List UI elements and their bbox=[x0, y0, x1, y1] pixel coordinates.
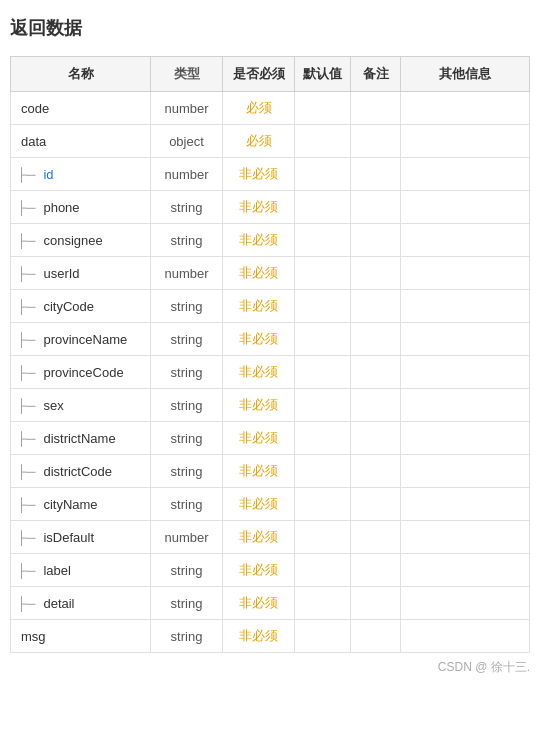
cell-required: 非必须 bbox=[223, 422, 295, 455]
required-badge: 非必须 bbox=[239, 331, 278, 346]
cell-name: ├─ isDefault bbox=[11, 521, 151, 554]
table-row: ├─ isDefaultnumber非必须 bbox=[11, 521, 530, 554]
tree-branch-icon: ├─ bbox=[17, 563, 35, 578]
cell-other bbox=[401, 620, 530, 653]
tree-branch-icon: ├─ bbox=[17, 233, 35, 248]
field-name: userId bbox=[39, 266, 79, 281]
cell-name: ├─ provinceCode bbox=[11, 356, 151, 389]
cell-name: ├─ id bbox=[11, 158, 151, 191]
cell-note bbox=[351, 92, 401, 125]
cell-default bbox=[295, 389, 351, 422]
return-data-table: 名称 类型 是否必须 默认值 备注 其他信息 codenumber必须datao… bbox=[10, 56, 530, 653]
table-row: ├─ districtNamestring非必须 bbox=[11, 422, 530, 455]
cell-required: 非必须 bbox=[223, 323, 295, 356]
tree-branch-icon: ├─ bbox=[17, 299, 35, 314]
cell-required: 必须 bbox=[223, 92, 295, 125]
cell-note bbox=[351, 125, 401, 158]
cell-type: string bbox=[151, 323, 223, 356]
required-badge: 非必须 bbox=[239, 298, 278, 313]
cell-required: 必须 bbox=[223, 125, 295, 158]
table-row: codenumber必须 bbox=[11, 92, 530, 125]
cell-required: 非必须 bbox=[223, 158, 295, 191]
cell-other bbox=[401, 92, 530, 125]
cell-default bbox=[295, 125, 351, 158]
cell-type: number bbox=[151, 92, 223, 125]
cell-name: ├─ provinceName bbox=[11, 323, 151, 356]
cell-type: string bbox=[151, 290, 223, 323]
required-badge: 非必须 bbox=[239, 265, 278, 280]
cell-other bbox=[401, 554, 530, 587]
cell-type: string bbox=[151, 587, 223, 620]
cell-default bbox=[295, 158, 351, 191]
tree-branch-icon: ├─ bbox=[17, 200, 35, 215]
tree-branch-icon: ├─ bbox=[17, 365, 35, 380]
cell-type: string bbox=[151, 224, 223, 257]
cell-required: 非必须 bbox=[223, 191, 295, 224]
table-row: ├─ cityCodestring非必须 bbox=[11, 290, 530, 323]
field-name: cityName bbox=[39, 497, 97, 512]
field-name: consignee bbox=[39, 233, 102, 248]
tree-branch-icon: ├─ bbox=[17, 332, 35, 347]
cell-required: 非必须 bbox=[223, 356, 295, 389]
cell-other bbox=[401, 191, 530, 224]
table-row: ├─ userIdnumber非必须 bbox=[11, 257, 530, 290]
cell-other bbox=[401, 323, 530, 356]
cell-default bbox=[295, 554, 351, 587]
cell-type: string bbox=[151, 356, 223, 389]
required-badge: 非必须 bbox=[239, 397, 278, 412]
cell-required: 非必须 bbox=[223, 521, 295, 554]
cell-note bbox=[351, 620, 401, 653]
cell-other bbox=[401, 290, 530, 323]
cell-type: string bbox=[151, 488, 223, 521]
cell-note bbox=[351, 257, 401, 290]
cell-note bbox=[351, 389, 401, 422]
table-body: codenumber必须dataobject必须├─ idnumber非必须├─… bbox=[11, 92, 530, 653]
cell-other bbox=[401, 488, 530, 521]
cell-type: string bbox=[151, 620, 223, 653]
cell-default bbox=[295, 521, 351, 554]
cell-note bbox=[351, 488, 401, 521]
cell-default bbox=[295, 587, 351, 620]
cell-default bbox=[295, 356, 351, 389]
cell-name: ├─ districtName bbox=[11, 422, 151, 455]
cell-name: msg bbox=[11, 620, 151, 653]
cell-name: ├─ cityName bbox=[11, 488, 151, 521]
cell-other bbox=[401, 422, 530, 455]
cell-default bbox=[295, 323, 351, 356]
cell-other bbox=[401, 587, 530, 620]
required-badge: 必须 bbox=[246, 133, 272, 148]
cell-type: string bbox=[151, 422, 223, 455]
required-badge: 非必须 bbox=[239, 232, 278, 247]
cell-other bbox=[401, 521, 530, 554]
cell-default bbox=[295, 455, 351, 488]
table-row: msgstring非必须 bbox=[11, 620, 530, 653]
required-badge: 必须 bbox=[246, 100, 272, 115]
field-name-linked: id bbox=[39, 167, 53, 182]
tree-branch-icon: ├─ bbox=[17, 167, 35, 182]
cell-name: ├─ districtCode bbox=[11, 455, 151, 488]
cell-type: object bbox=[151, 125, 223, 158]
cell-name: data bbox=[11, 125, 151, 158]
field-name: isDefault bbox=[39, 530, 94, 545]
table-row: ├─ provinceCodestring非必须 bbox=[11, 356, 530, 389]
cell-default bbox=[295, 257, 351, 290]
field-name: phone bbox=[39, 200, 79, 215]
cell-name: ├─ phone bbox=[11, 191, 151, 224]
cell-note bbox=[351, 224, 401, 257]
page-title: 返回数据 bbox=[10, 16, 530, 40]
required-badge: 非必须 bbox=[239, 430, 278, 445]
tree-branch-icon: ├─ bbox=[17, 464, 35, 479]
cell-required: 非必须 bbox=[223, 620, 295, 653]
cell-default bbox=[295, 191, 351, 224]
cell-type: number bbox=[151, 158, 223, 191]
table-row: ├─ idnumber非必须 bbox=[11, 158, 530, 191]
table-row: ├─ detailstring非必须 bbox=[11, 587, 530, 620]
cell-default bbox=[295, 290, 351, 323]
cell-name: ├─ detail bbox=[11, 587, 151, 620]
cell-default bbox=[295, 488, 351, 521]
required-badge: 非必须 bbox=[239, 496, 278, 511]
cell-note bbox=[351, 191, 401, 224]
field-name: label bbox=[39, 563, 70, 578]
cell-name: ├─ sex bbox=[11, 389, 151, 422]
table-header: 名称 类型 是否必须 默认值 备注 其他信息 bbox=[11, 57, 530, 92]
